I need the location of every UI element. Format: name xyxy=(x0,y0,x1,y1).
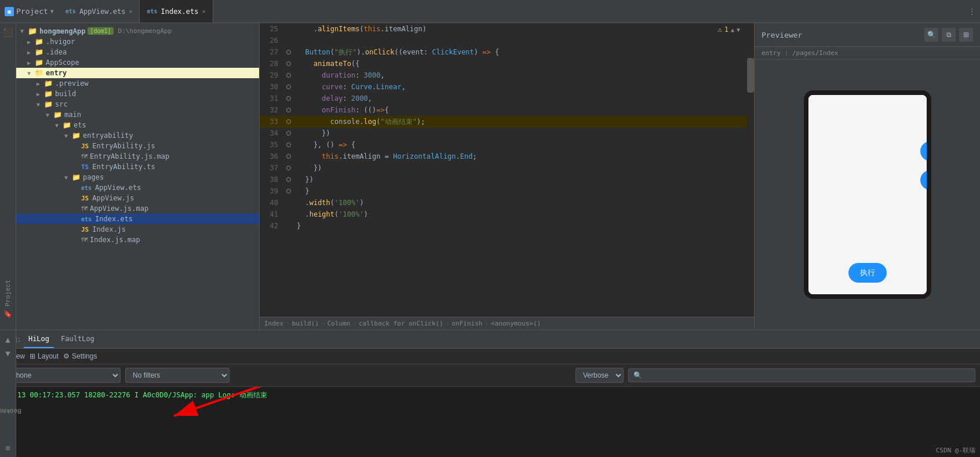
previewer-inspect-btn[interactable]: 🔍 xyxy=(924,28,938,42)
lc-33: console.log("动画结束"); xyxy=(294,116,754,127)
ln-37: 37 xyxy=(260,162,283,174)
code-line-41: 41 .height('100%') xyxy=(260,209,754,220)
warning-indicator: ⚠ 1 ▲ ▼ xyxy=(717,25,740,34)
tree-index-ets[interactable]: ets Index.ets xyxy=(16,214,259,224)
tree-entryability-js[interactable]: JS EntryAbility.js xyxy=(16,141,259,151)
hvigor-chevron: ▶ xyxy=(25,39,32,45)
layout-button[interactable]: ⊞ Layout xyxy=(30,352,59,360)
bookmarks-icon[interactable]: 🔖 xyxy=(3,310,12,318)
code-editor[interactable]: 25 .alignItems(this.itemAlign) 26 27 But… xyxy=(260,23,754,317)
tab-index[interactable]: ets Index.ets ✕ xyxy=(140,0,213,23)
lc-28: animateTo({ xyxy=(294,58,754,70)
filter-select[interactable]: No filters xyxy=(125,368,229,383)
tree-entryability[interactable]: ▼ 📁 entryability xyxy=(16,130,259,141)
tree-src[interactable]: ▼ 📁 src xyxy=(16,99,259,109)
scroll-up-icon[interactable]: ▲ xyxy=(5,335,10,344)
appscope-chevron: ▶ xyxy=(25,60,32,66)
build-chevron: ▶ xyxy=(35,91,42,97)
phone-execute-button[interactable]: 执行 xyxy=(848,263,887,283)
tree-entry[interactable]: ▼ 📁 entry xyxy=(16,68,259,78)
faultlog-label: FaultLog xyxy=(61,335,94,343)
lc-42: } xyxy=(294,220,754,232)
phone-button-1[interactable]: 按钮1 xyxy=(920,141,931,161)
warning-up-icon[interactable]: ▲ xyxy=(731,27,734,33)
ea-js-icon: JS xyxy=(81,142,89,150)
tree-main[interactable]: ▼ 📁 main xyxy=(16,109,259,120)
tab-appview-close[interactable]: ✕ xyxy=(129,8,132,14)
idea-icon: 📁 xyxy=(35,48,43,56)
idx-ets-label: Index.ets xyxy=(95,215,133,223)
phone-screen: 按钮1 按钮2 执行 xyxy=(804,90,931,299)
tree-root[interactable]: ▼ 📁 hongmengApp [dom1] D:\hongmengApp xyxy=(16,25,259,36)
idx-ets-icon: ets xyxy=(81,216,92,222)
code-line-37: 37 }) xyxy=(260,162,754,174)
more-options-icon[interactable]: ⋮ xyxy=(968,8,975,16)
previewer-grid-btn[interactable]: ⊞ xyxy=(959,28,973,42)
code-line-36: 36 this.itemAlign = HorizontalAlign.End; xyxy=(260,151,754,162)
ln-40: 40 xyxy=(260,197,283,209)
tree-appview-ets[interactable]: ets AppView.ets xyxy=(16,182,259,193)
device-select[interactable]: phone xyxy=(5,368,121,383)
gutter-38 xyxy=(283,174,294,185)
editor-scrollbar[interactable] xyxy=(747,23,754,317)
layout-icon: ⊞ xyxy=(30,352,35,360)
phone-frame: 按钮1 按钮2 执行 xyxy=(755,60,980,330)
bottom-panel: Log: HiLog FaultLog + New ⊞ Layout ⚙ Set… xyxy=(0,330,980,457)
tree-idea[interactable]: ▶ 📁 .idea xyxy=(16,47,259,57)
tree-preview[interactable]: ▶ 📁 .preview xyxy=(16,78,259,89)
gutter-dot-38 xyxy=(286,177,291,182)
tree-appview-jsmap[interactable]: 🗺 AppView.js.map xyxy=(16,203,259,214)
tab-hilog[interactable]: HiLog xyxy=(24,330,54,348)
tree-pages[interactable]: ▼ 📁 pages xyxy=(16,172,259,182)
bookmarks-expand-icon[interactable]: ≡ xyxy=(5,443,10,452)
project-dropdown-icon[interactable]: ▼ xyxy=(50,8,54,14)
breadcrumb-anonymous: <anonymous>() xyxy=(491,320,541,327)
tree-entryability-ts[interactable]: TS EntryAbility.ts xyxy=(16,162,259,172)
editor-scrollbar-thumb[interactable] xyxy=(747,58,754,93)
breadcrumb-callback: callback for onClick() xyxy=(359,320,443,327)
gear-icon: ⚙ xyxy=(63,352,70,360)
lc-26 xyxy=(294,35,754,46)
sidebar-project-icon[interactable]: ⬛ xyxy=(3,28,13,37)
lc-34: }) xyxy=(294,127,754,139)
settings-button[interactable]: ⚙ Settings xyxy=(63,352,97,360)
code-line-42: 42 } xyxy=(260,220,754,232)
gutter-39 xyxy=(283,185,294,197)
breadcrumb-onfinish: onFinish xyxy=(451,320,482,327)
log-search-input[interactable] xyxy=(628,368,975,382)
ln-32: 32 xyxy=(260,104,283,116)
idx-js-label: Index.js xyxy=(92,225,126,233)
lc-30: curve: Curve.Linear, xyxy=(294,81,754,93)
tree-appview-js[interactable]: JS AppView.js xyxy=(16,193,259,203)
tab-faultlog[interactable]: FaultLog xyxy=(56,330,99,348)
bc-sep-3: › xyxy=(352,320,356,327)
gutter-29 xyxy=(283,70,294,81)
project-section[interactable]: ▦ Project ▼ xyxy=(0,7,59,16)
warning-down-icon[interactable]: ▼ xyxy=(737,27,740,33)
entry-chevron: ▼ xyxy=(25,70,32,76)
tab-appview[interactable]: ets AppView.ets ✕ xyxy=(59,0,140,23)
tab-index-close[interactable]: ✕ xyxy=(202,8,206,14)
gutter-dot-34 xyxy=(286,131,291,136)
verbose-select[interactable]: Verbose xyxy=(575,368,624,383)
tree-ets[interactable]: ▼ 📁 ets xyxy=(16,120,259,130)
code-line-32: 32 onFinish: (()=>{ xyxy=(260,104,754,116)
ea-js-label: EntryAbility.js xyxy=(92,142,155,150)
tree-index-js[interactable]: JS Index.js xyxy=(16,224,259,235)
ln-38: 38 xyxy=(260,174,283,185)
tree-appscope[interactable]: ▶ 📁 AppScope xyxy=(16,57,259,68)
previewer-layer-btn[interactable]: ⧉ xyxy=(942,28,956,42)
appscope-icon: 📁 xyxy=(35,59,43,67)
bc-sep-2: › xyxy=(321,320,325,327)
gutter-41 xyxy=(283,209,294,220)
gutter-dot-33 xyxy=(286,119,291,124)
tree-build[interactable]: ▶ 📁 build xyxy=(16,89,259,99)
tree-entryability-jsmap[interactable]: 🗺 EntryAbility.js.map xyxy=(16,151,259,162)
tree-index-jsmap[interactable]: 🗺 Index.js.map xyxy=(16,235,259,245)
phone-button-2[interactable]: 按钮2 xyxy=(920,170,931,190)
main-icon: 📁 xyxy=(53,111,62,119)
scroll-down-icon[interactable]: ▼ xyxy=(5,349,10,358)
tree-hvigor[interactable]: ▶ 📁 .hvigor xyxy=(16,36,259,47)
previewer-actions: 🔍 ⧉ ⊞ xyxy=(924,28,973,42)
lc-36: this.itemAlign = HorizontalAlign.End; xyxy=(294,151,754,162)
